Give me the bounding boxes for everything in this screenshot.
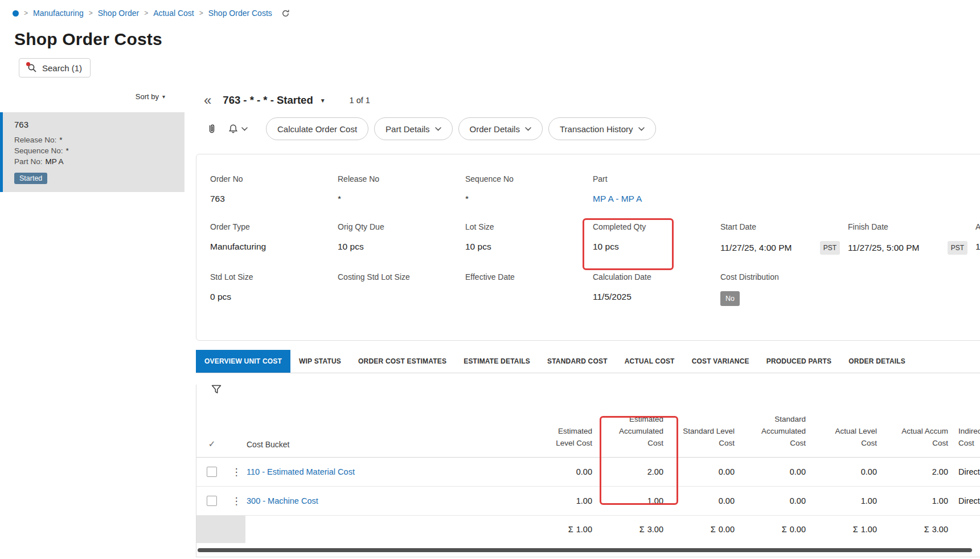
breadcrumb-link-manufacturing[interactable]: Manufacturing <box>33 9 84 18</box>
select-all-check-icon[interactable]: ✓ <box>208 439 216 449</box>
paperclip-icon <box>206 123 218 134</box>
sort-by-label: Sort by <box>136 92 159 101</box>
search-icon <box>27 63 37 73</box>
column-header-indirect-cost[interactable]: Indirect Cost <box>948 425 980 449</box>
chevron-down-icon <box>525 127 531 131</box>
list-item-id: 763 <box>14 120 175 129</box>
field-cost-distribution: Cost Distribution No <box>720 272 848 306</box>
sidebar: Sort by ▾ 763 Release No:* Sequence No:*… <box>0 85 184 192</box>
search-button[interactable]: Search (1) <box>19 58 91 77</box>
detail-card: Order No 763 Release No * Sequence No * … <box>196 154 980 341</box>
breadcrumb-link-actual-cost[interactable]: Actual Cost <box>153 9 194 18</box>
field-sequence-no: Sequence No * <box>465 174 593 205</box>
breadcrumb-bar: > Manufacturing > Shop Order > Actual Co… <box>0 0 980 26</box>
horizontal-scrollbar <box>198 548 977 552</box>
list-item-release-no: Release No:* <box>14 134 175 145</box>
breadcrumb-link-shop-order[interactable]: Shop Order <box>98 9 139 18</box>
notifications-button[interactable] <box>225 121 250 137</box>
field-order-type: Order Type Manufacturing <box>210 222 338 255</box>
table-totals-row: Σ1.00 Σ3.00 Σ0.00 Σ0.00 Σ1.00 Σ3.00 <box>196 516 980 543</box>
table-header-row: ✓ Cost Bucket Estimated Level Cost Estim… <box>196 401 980 458</box>
content: Sort by ▾ 763 Release No:* Sequence No:*… <box>0 85 980 559</box>
chevron-down-icon: ▼ <box>320 97 326 104</box>
column-header-actual-level-cost[interactable]: Actual Level Cost <box>806 425 877 449</box>
sigma-icon: Σ <box>782 525 787 534</box>
cell-actual-accum-cost: 1.00 <box>877 496 948 505</box>
tab-standard-cost[interactable]: STANDARD COST <box>539 350 616 373</box>
breadcrumb-separator: > <box>24 9 28 17</box>
column-header-cost-bucket[interactable]: Cost Bucket <box>245 440 521 449</box>
column-header-estimated-accumulated-cost[interactable]: Estimated Accumulated Cost <box>592 413 663 449</box>
column-header-standard-accumulated-cost[interactable]: Standard Accumulated Cost <box>735 413 806 449</box>
tab-overview-unit-cost[interactable]: OVERVIEW UNIT COST <box>196 350 290 373</box>
cell-standard-level-cost: 0.00 <box>663 496 735 505</box>
bell-icon <box>228 124 239 134</box>
field-release-no: Release No * <box>338 174 465 205</box>
sigma-icon: Σ <box>924 525 929 534</box>
field-truncated: A 1 <box>975 222 980 255</box>
column-header-standard-level-cost[interactable]: Standard Level Cost <box>663 425 735 449</box>
field-row-2: Order Type Manufacturing Orig Qty Due 10… <box>210 222 980 255</box>
tab-order-details[interactable]: ORDER DETAILS <box>840 350 914 373</box>
breadcrumb-separator: > <box>199 9 203 17</box>
order-details-button[interactable]: Order Details <box>458 117 543 140</box>
column-header-actual-accum-cost[interactable]: Actual Accum Cost <box>877 425 948 449</box>
total-estimated-level-cost: Σ1.00 <box>521 525 592 534</box>
chevron-down-icon <box>435 127 441 131</box>
cell-standard-accumulated-cost: 0.00 <box>735 467 806 476</box>
tab-produced-parts[interactable]: PRODUCED PARTS <box>758 350 840 373</box>
sigma-icon: Σ <box>568 525 573 534</box>
total-estimated-accumulated-cost: Σ3.00 <box>592 525 663 534</box>
breadcrumb-separator: > <box>89 9 93 17</box>
row-checkbox[interactable] <box>207 496 217 506</box>
filter-button[interactable] <box>211 385 222 396</box>
refresh-icon[interactable] <box>280 8 291 19</box>
list-item-selected[interactable]: 763 Release No:* Sequence No:* Part No:M… <box>0 112 184 192</box>
calculate-order-cost-button[interactable]: Calculate Order Cost <box>266 117 368 140</box>
attachment-button[interactable] <box>204 121 220 137</box>
breadcrumb-link-shop-order-costs[interactable]: Shop Order Costs <box>208 9 272 18</box>
part-details-button[interactable]: Part Details <box>374 117 453 140</box>
field-row-1: Order No 763 Release No * Sequence No * … <box>210 174 980 205</box>
main-panel: « 763 - * - * - Started ▼ 1 of 1 <box>196 85 969 559</box>
field-std-lot-size: Std Lot Size 0 pcs <box>210 272 338 306</box>
sigma-icon: Σ <box>711 525 716 534</box>
collapse-panel-button[interactable]: « <box>204 93 211 107</box>
sort-by-control[interactable]: Sort by ▾ <box>0 92 184 101</box>
transaction-history-button[interactable]: Transaction History <box>548 117 656 140</box>
tab-estimate-details[interactable]: ESTIMATE DETAILS <box>455 350 539 373</box>
search-button-label: Search (1) <box>42 63 82 73</box>
cell-standard-level-cost: 0.00 <box>663 467 735 476</box>
table-row: ⋮ 110 - Estimated Material Cost 0.00 2.0… <box>196 458 980 487</box>
tab-actual-cost[interactable]: ACTUAL COST <box>616 350 683 373</box>
home-icon[interactable] <box>13 10 19 17</box>
tab-wip-status[interactable]: WIP STATUS <box>290 350 350 373</box>
column-header-estimated-level-cost[interactable]: Estimated Level Cost <box>521 425 592 449</box>
filter-icon <box>211 385 222 394</box>
refresh-icon <box>281 9 290 18</box>
cell-actual-level-cost: 0.00 <box>806 467 877 476</box>
total-actual-accum-cost: Σ3.00 <box>877 525 948 534</box>
field-finish-date: Finish Date 11/27/25, 5:00 PM PST <box>848 222 975 255</box>
row-checkbox[interactable] <box>207 467 217 477</box>
field-lot-size: Lot Size 10 pcs <box>465 222 593 255</box>
field-orig-qty-due: Orig Qty Due 10 pcs <box>338 222 465 255</box>
kebab-menu-icon[interactable]: ⋮ <box>232 496 241 506</box>
part-link[interactable]: MP A - MP A <box>593 194 642 203</box>
cost-bucket-link[interactable]: 300 - Machine Cost <box>247 496 318 505</box>
sigma-icon: Σ <box>853 525 858 534</box>
toolbar: Calculate Order Cost Part Details Order … <box>196 117 969 140</box>
tab-order-cost-estimates[interactable]: ORDER COST ESTIMATES <box>350 350 455 373</box>
cell-estimated-level-cost: 0.00 <box>521 467 592 476</box>
cell-actual-accum-cost: 2.00 <box>877 467 948 476</box>
breadcrumb-separator: > <box>144 9 148 17</box>
total-standard-accumulated-cost: Σ0.00 <box>735 525 806 534</box>
cost-bucket-link[interactable]: 110 - Estimated Material Cost <box>247 467 355 476</box>
field-costing-std-lot-size: Costing Std Lot Size <box>338 272 465 306</box>
tab-panel-overview-unit-cost: ✓ Cost Bucket Estimated Level Cost Estim… <box>196 385 980 557</box>
tab-cost-variance[interactable]: COST VARIANCE <box>683 350 758 373</box>
horizontal-scrollbar-thumb[interactable] <box>198 548 972 552</box>
kebab-menu-icon[interactable]: ⋮ <box>232 467 241 477</box>
record-title-dropdown[interactable]: 763 - * - * - Started ▼ <box>223 94 325 107</box>
cell-standard-accumulated-cost: 0.00 <box>735 496 806 505</box>
